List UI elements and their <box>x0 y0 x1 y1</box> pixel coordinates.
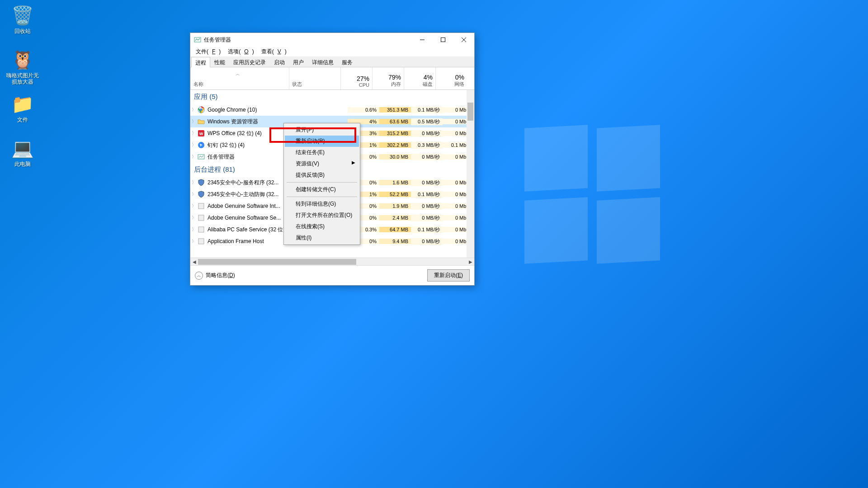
desktop-app-icon: 🦉 <box>12 49 33 70</box>
context-menu-item[interactable]: 资源值(V)▶ <box>285 158 359 169</box>
process-name: 钉钉 (32 位) (4) <box>208 141 296 149</box>
tab-1[interactable]: 性能 <box>210 56 229 67</box>
memory-cell: 1.9 MB <box>379 203 411 209</box>
process-icon <box>198 226 205 233</box>
disk-cell: 0.1 MB/秒 <box>411 226 443 233</box>
expand-icon[interactable]: 〉 <box>190 179 198 186</box>
scrollbar-thumb[interactable] <box>467 103 473 121</box>
tab-bar: 进程性能应用历史记录启动用户详细信息服务 <box>190 56 474 67</box>
desktop-app-icon: 💻 <box>12 137 33 159</box>
process-name: Adobe Genuine Software Int... <box>208 203 296 209</box>
desktop-icon-1[interactable]: 🦉嗨格式图片无损放大器 <box>5 49 40 85</box>
footer: ︿ 简略信息(D) 重新启动(E) <box>190 265 474 285</box>
expand-icon[interactable]: 〉 <box>190 203 198 209</box>
col-status[interactable]: 状态 <box>289 67 340 89</box>
context-menu-item[interactable]: 重新启动(R) <box>285 136 359 147</box>
window-title: 任务管理器 <box>204 36 412 44</box>
expand-icon[interactable]: 〉 <box>190 118 198 125</box>
maximize-button[interactable] <box>433 33 453 47</box>
svg-rect-13 <box>198 227 204 232</box>
expand-icon[interactable]: 〉 <box>190 238 198 244</box>
disk-cell: 0 MB/秒 <box>411 130 443 137</box>
disk-cell: 0 MB/秒 <box>411 203 443 210</box>
svg-rect-14 <box>198 239 204 244</box>
tab-0[interactable]: 进程 <box>191 57 210 67</box>
horizontal-scrollbar[interactable]: ◀ ▶ <box>190 258 474 265</box>
process-name: 任务管理器 <box>208 153 296 161</box>
process-row[interactable]: 〉Google Chrome (10)0.6%351.3 MB0.1 MB/秒0… <box>190 104 474 116</box>
process-icon <box>198 214 205 221</box>
context-menu-item[interactable]: 打开文件所在的位置(O) <box>285 210 359 221</box>
memory-cell: 63.6 MB <box>379 119 411 124</box>
windows-logo-watermark <box>524 127 660 262</box>
expand-icon[interactable]: 〉 <box>190 142 198 148</box>
context-menu-item[interactable]: 展开(P) <box>285 124 359 136</box>
expand-icon[interactable]: 〉 <box>190 154 198 160</box>
context-menu-separator <box>287 182 357 183</box>
context-menu-item[interactable]: 结束任务(E) <box>285 147 359 158</box>
expand-icon[interactable]: 〉 <box>190 130 198 136</box>
disk-cell: 0 MB/秒 <box>411 215 443 221</box>
process-icon <box>198 191 205 198</box>
column-headers: ︿ 名称 状态 27%CPU 79%内存 4%磁盘 0%网络 <box>190 67 474 90</box>
desktop-icon-3[interactable]: 💻此电脑 <box>5 137 40 167</box>
col-cpu[interactable]: 27%CPU <box>340 67 372 89</box>
context-menu-item[interactable]: 转到详细信息(G) <box>285 198 359 210</box>
context-menu-item[interactable]: 在线搜索(S) <box>285 221 359 232</box>
disk-cell: 0.5 MB/秒 <box>411 118 443 125</box>
disk-cell: 0.3 MB/秒 <box>411 142 443 149</box>
expand-icon[interactable]: 〉 <box>190 107 198 113</box>
hscroll-thumb[interactable] <box>198 259 356 265</box>
process-icon <box>198 179 205 186</box>
svg-rect-11 <box>198 203 204 209</box>
menu-item-0[interactable]: 文件(F) <box>192 47 224 56</box>
process-icon <box>198 153 205 160</box>
context-menu-item[interactable]: 属性(I) <box>285 232 359 244</box>
restart-button[interactable]: 重新启动(E) <box>427 269 470 282</box>
tab-5[interactable]: 详细信息 <box>308 56 338 67</box>
expand-icon[interactable]: 〉 <box>190 226 198 233</box>
col-disk[interactable]: 4%磁盘 <box>404 67 435 89</box>
cpu-cell: 0.6% <box>348 107 379 113</box>
tab-3[interactable]: 启动 <box>270 56 289 67</box>
fewer-details-toggle[interactable]: ︿ 简略信息(D) <box>195 272 235 280</box>
desktop-icon-label: 嗨格式图片无损放大器 <box>5 72 40 85</box>
col-network[interactable]: 0%网络 <box>435 67 467 89</box>
menu-item-2[interactable]: 查看(V) <box>258 47 290 56</box>
memory-cell: 2.4 MB <box>379 215 411 221</box>
scroll-right-icon[interactable]: ▶ <box>467 258 474 266</box>
tab-6[interactable]: 服务 <box>338 56 357 67</box>
minimize-button[interactable] <box>412 33 433 47</box>
taskmgr-icon <box>194 36 201 43</box>
expand-icon[interactable]: 〉 <box>190 215 198 221</box>
disk-cell: 0 MB/秒 <box>411 179 443 186</box>
desktop-icon-0[interactable]: 🗑️回收站 <box>5 5 40 34</box>
context-menu-item[interactable]: 创建转储文件(C) <box>285 184 359 195</box>
hscroll-track[interactable] <box>198 258 467 265</box>
close-button[interactable] <box>453 33 474 47</box>
tab-2[interactable]: 应用历史记录 <box>229 56 270 67</box>
disk-cell: 0.1 MB/秒 <box>411 107 443 113</box>
scroll-left-icon[interactable]: ◀ <box>190 258 198 266</box>
context-menu-separator <box>287 197 357 197</box>
process-name: 2345安全中心-主动防御 (32... <box>208 191 296 198</box>
expand-icon[interactable]: 〉 <box>190 191 198 197</box>
tab-4[interactable]: 用户 <box>289 56 308 67</box>
disk-cell: 0 MB/秒 <box>411 154 443 160</box>
process-name: Adobe Genuine Software Se... <box>208 215 296 221</box>
col-memory[interactable]: 79%内存 <box>372 67 404 89</box>
menu-item-1[interactable]: 选项(O) <box>224 47 257 56</box>
desktop-icon-label: 此电脑 <box>5 161 40 167</box>
desktop-icon-label: 文件 <box>5 117 40 123</box>
context-menu-item[interactable]: 提供反馈(B) <box>285 169 359 181</box>
memory-cell: 9.4 MB <box>379 239 411 244</box>
vertical-scrollbar[interactable] <box>467 90 474 258</box>
memory-cell: 1.6 MB <box>379 180 411 185</box>
desktop-app-icon: 📁 <box>12 93 33 115</box>
titlebar[interactable]: 任务管理器 <box>190 33 474 47</box>
process-name: Application Frame Host <box>208 238 296 244</box>
process-name: Alibaba PC Safe Service (32 位) <box>208 226 296 234</box>
memory-cell: 315.2 MB <box>379 131 411 136</box>
desktop-icon-2[interactable]: 📁文件 <box>5 93 40 123</box>
process-icon <box>198 118 205 125</box>
